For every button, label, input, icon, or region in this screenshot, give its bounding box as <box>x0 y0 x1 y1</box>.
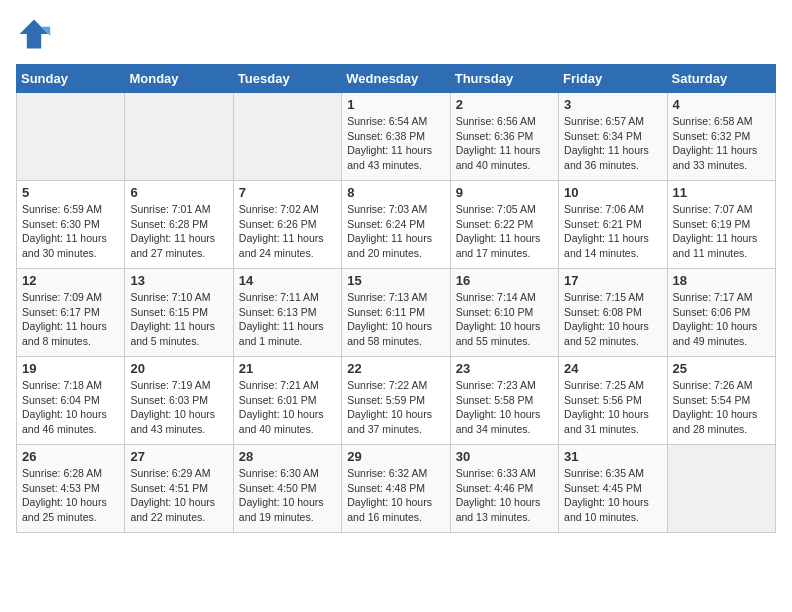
day-cell: 26Sunrise: 6:28 AM Sunset: 4:53 PM Dayli… <box>17 445 125 533</box>
day-info: Sunrise: 6:33 AM Sunset: 4:46 PM Dayligh… <box>456 466 553 525</box>
week-row-5: 26Sunrise: 6:28 AM Sunset: 4:53 PM Dayli… <box>17 445 776 533</box>
day-info: Sunrise: 7:02 AM Sunset: 6:26 PM Dayligh… <box>239 202 336 261</box>
day-cell <box>667 445 775 533</box>
day-number: 31 <box>564 449 661 464</box>
day-number: 12 <box>22 273 119 288</box>
day-info: Sunrise: 7:15 AM Sunset: 6:08 PM Dayligh… <box>564 290 661 349</box>
weekday-header-saturday: Saturday <box>667 65 775 93</box>
day-cell: 30Sunrise: 6:33 AM Sunset: 4:46 PM Dayli… <box>450 445 558 533</box>
day-number: 5 <box>22 185 119 200</box>
day-cell: 2Sunrise: 6:56 AM Sunset: 6:36 PM Daylig… <box>450 93 558 181</box>
day-cell: 4Sunrise: 6:58 AM Sunset: 6:32 PM Daylig… <box>667 93 775 181</box>
day-info: Sunrise: 6:56 AM Sunset: 6:36 PM Dayligh… <box>456 114 553 173</box>
day-info: Sunrise: 6:29 AM Sunset: 4:51 PM Dayligh… <box>130 466 227 525</box>
day-number: 1 <box>347 97 444 112</box>
day-number: 9 <box>456 185 553 200</box>
day-info: Sunrise: 7:22 AM Sunset: 5:59 PM Dayligh… <box>347 378 444 437</box>
day-cell <box>233 93 341 181</box>
day-cell: 1Sunrise: 6:54 AM Sunset: 6:38 PM Daylig… <box>342 93 450 181</box>
week-row-2: 5Sunrise: 6:59 AM Sunset: 6:30 PM Daylig… <box>17 181 776 269</box>
day-cell: 15Sunrise: 7:13 AM Sunset: 6:11 PM Dayli… <box>342 269 450 357</box>
day-number: 20 <box>130 361 227 376</box>
day-info: Sunrise: 6:57 AM Sunset: 6:34 PM Dayligh… <box>564 114 661 173</box>
day-info: Sunrise: 7:17 AM Sunset: 6:06 PM Dayligh… <box>673 290 770 349</box>
day-cell: 14Sunrise: 7:11 AM Sunset: 6:13 PM Dayli… <box>233 269 341 357</box>
day-cell: 29Sunrise: 6:32 AM Sunset: 4:48 PM Dayli… <box>342 445 450 533</box>
day-info: Sunrise: 6:35 AM Sunset: 4:45 PM Dayligh… <box>564 466 661 525</box>
day-cell: 18Sunrise: 7:17 AM Sunset: 6:06 PM Dayli… <box>667 269 775 357</box>
day-info: Sunrise: 7:23 AM Sunset: 5:58 PM Dayligh… <box>456 378 553 437</box>
day-number: 26 <box>22 449 119 464</box>
day-number: 15 <box>347 273 444 288</box>
weekday-header-thursday: Thursday <box>450 65 558 93</box>
day-cell: 22Sunrise: 7:22 AM Sunset: 5:59 PM Dayli… <box>342 357 450 445</box>
day-cell <box>17 93 125 181</box>
day-info: Sunrise: 7:03 AM Sunset: 6:24 PM Dayligh… <box>347 202 444 261</box>
week-row-4: 19Sunrise: 7:18 AM Sunset: 6:04 PM Dayli… <box>17 357 776 445</box>
day-cell: 3Sunrise: 6:57 AM Sunset: 6:34 PM Daylig… <box>559 93 667 181</box>
day-info: Sunrise: 7:06 AM Sunset: 6:21 PM Dayligh… <box>564 202 661 261</box>
day-number: 17 <box>564 273 661 288</box>
day-info: Sunrise: 7:10 AM Sunset: 6:15 PM Dayligh… <box>130 290 227 349</box>
day-cell: 7Sunrise: 7:02 AM Sunset: 6:26 PM Daylig… <box>233 181 341 269</box>
day-number: 28 <box>239 449 336 464</box>
day-number: 18 <box>673 273 770 288</box>
day-cell: 24Sunrise: 7:25 AM Sunset: 5:56 PM Dayli… <box>559 357 667 445</box>
day-number: 6 <box>130 185 227 200</box>
day-info: Sunrise: 7:21 AM Sunset: 6:01 PM Dayligh… <box>239 378 336 437</box>
day-cell: 13Sunrise: 7:10 AM Sunset: 6:15 PM Dayli… <box>125 269 233 357</box>
day-info: Sunrise: 7:26 AM Sunset: 5:54 PM Dayligh… <box>673 378 770 437</box>
day-number: 13 <box>130 273 227 288</box>
weekday-header-row: SundayMondayTuesdayWednesdayThursdayFrid… <box>17 65 776 93</box>
day-cell: 28Sunrise: 6:30 AM Sunset: 4:50 PM Dayli… <box>233 445 341 533</box>
day-info: Sunrise: 7:05 AM Sunset: 6:22 PM Dayligh… <box>456 202 553 261</box>
day-info: Sunrise: 6:30 AM Sunset: 4:50 PM Dayligh… <box>239 466 336 525</box>
day-number: 16 <box>456 273 553 288</box>
day-number: 10 <box>564 185 661 200</box>
weekday-header-monday: Monday <box>125 65 233 93</box>
day-cell: 20Sunrise: 7:19 AM Sunset: 6:03 PM Dayli… <box>125 357 233 445</box>
page-header <box>16 16 776 52</box>
day-number: 2 <box>456 97 553 112</box>
day-number: 27 <box>130 449 227 464</box>
day-info: Sunrise: 7:11 AM Sunset: 6:13 PM Dayligh… <box>239 290 336 349</box>
day-info: Sunrise: 7:14 AM Sunset: 6:10 PM Dayligh… <box>456 290 553 349</box>
day-number: 3 <box>564 97 661 112</box>
day-cell: 21Sunrise: 7:21 AM Sunset: 6:01 PM Dayli… <box>233 357 341 445</box>
weekday-header-wednesday: Wednesday <box>342 65 450 93</box>
day-info: Sunrise: 6:28 AM Sunset: 4:53 PM Dayligh… <box>22 466 119 525</box>
day-info: Sunrise: 7:13 AM Sunset: 6:11 PM Dayligh… <box>347 290 444 349</box>
day-info: Sunrise: 7:18 AM Sunset: 6:04 PM Dayligh… <box>22 378 119 437</box>
day-cell: 23Sunrise: 7:23 AM Sunset: 5:58 PM Dayli… <box>450 357 558 445</box>
logo <box>16 16 56 52</box>
day-cell: 19Sunrise: 7:18 AM Sunset: 6:04 PM Dayli… <box>17 357 125 445</box>
day-number: 30 <box>456 449 553 464</box>
day-info: Sunrise: 6:32 AM Sunset: 4:48 PM Dayligh… <box>347 466 444 525</box>
day-number: 19 <box>22 361 119 376</box>
weekday-header-friday: Friday <box>559 65 667 93</box>
day-number: 21 <box>239 361 336 376</box>
day-cell: 11Sunrise: 7:07 AM Sunset: 6:19 PM Dayli… <box>667 181 775 269</box>
day-number: 23 <box>456 361 553 376</box>
day-info: Sunrise: 7:07 AM Sunset: 6:19 PM Dayligh… <box>673 202 770 261</box>
day-number: 14 <box>239 273 336 288</box>
day-info: Sunrise: 6:54 AM Sunset: 6:38 PM Dayligh… <box>347 114 444 173</box>
day-cell: 17Sunrise: 7:15 AM Sunset: 6:08 PM Dayli… <box>559 269 667 357</box>
day-info: Sunrise: 6:58 AM Sunset: 6:32 PM Dayligh… <box>673 114 770 173</box>
day-cell: 9Sunrise: 7:05 AM Sunset: 6:22 PM Daylig… <box>450 181 558 269</box>
day-number: 7 <box>239 185 336 200</box>
day-number: 24 <box>564 361 661 376</box>
day-cell: 31Sunrise: 6:35 AM Sunset: 4:45 PM Dayli… <box>559 445 667 533</box>
day-info: Sunrise: 7:09 AM Sunset: 6:17 PM Dayligh… <box>22 290 119 349</box>
day-number: 11 <box>673 185 770 200</box>
day-cell: 6Sunrise: 7:01 AM Sunset: 6:28 PM Daylig… <box>125 181 233 269</box>
day-cell: 10Sunrise: 7:06 AM Sunset: 6:21 PM Dayli… <box>559 181 667 269</box>
day-info: Sunrise: 7:25 AM Sunset: 5:56 PM Dayligh… <box>564 378 661 437</box>
day-cell: 16Sunrise: 7:14 AM Sunset: 6:10 PM Dayli… <box>450 269 558 357</box>
calendar-table: SundayMondayTuesdayWednesdayThursdayFrid… <box>16 64 776 533</box>
day-number: 25 <box>673 361 770 376</box>
day-number: 29 <box>347 449 444 464</box>
logo-icon <box>16 16 52 52</box>
week-row-1: 1Sunrise: 6:54 AM Sunset: 6:38 PM Daylig… <box>17 93 776 181</box>
day-info: Sunrise: 7:19 AM Sunset: 6:03 PM Dayligh… <box>130 378 227 437</box>
